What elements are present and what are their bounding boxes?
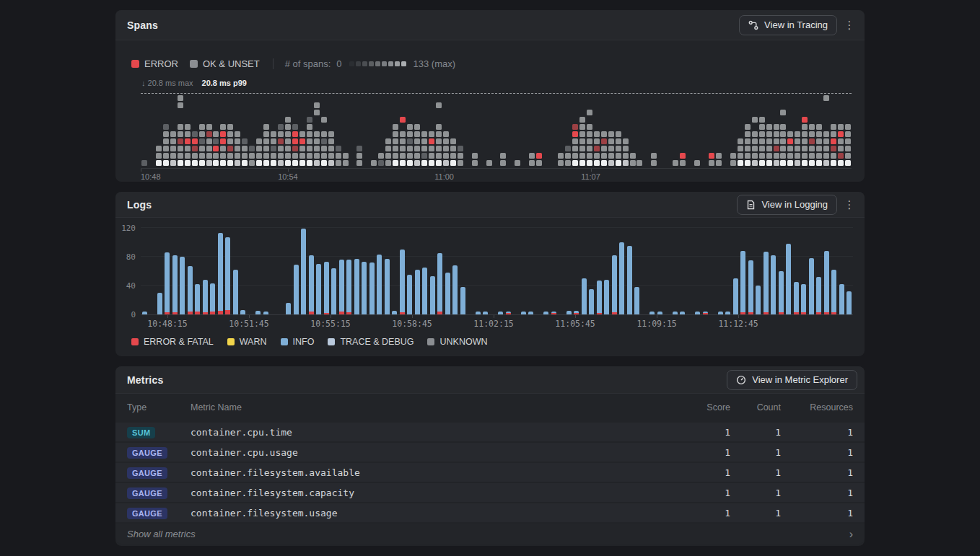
heatmap-cell [831,160,836,166]
spans-kebab-menu-icon[interactable]: ⋮ [841,15,857,35]
heatmap-cell [421,138,427,144]
heatmap-cell [192,160,198,166]
heatmap-cell [163,124,169,130]
heatmap-cell [572,146,578,151]
heatmap-cell [809,124,815,130]
heatmap-cell [766,146,772,151]
y-axis-label: 40 [115,281,136,291]
heatmap-cell [587,146,592,151]
col-header-count: Count [730,402,781,412]
heatmap-cell [594,131,600,137]
show-all-metrics-row[interactable]: Show all metrics › [115,524,865,544]
log-bar [771,255,776,314]
metrics-table-body: SUMcontainer.cpu.time111GAUGEcontainer.c… [115,423,865,524]
log-bar [445,273,450,314]
metric-row[interactable]: GAUGEcontainer.filesystem.available111 [115,463,865,482]
log-bar-error-segment [309,312,314,314]
heatmap-cell [307,117,312,123]
heatmap-cell [378,153,384,159]
heatmap-cell [385,138,391,144]
log-bar [331,268,336,314]
span-count-scale [349,61,406,66]
heatmap-cell [795,131,800,137]
heatmap-cell [436,138,442,144]
error-swatch [131,60,139,68]
metric-score: 1 [687,467,730,478]
log-bar-error-segment [801,312,806,314]
log-bar-error-segment [740,312,745,314]
log-bar [703,312,708,314]
log-bar [673,312,678,314]
heatmap-cell [206,124,212,130]
view-in-tracing-button[interactable]: View in Tracing [739,15,837,35]
axis-tick-label: 10:58:45 [392,319,432,329]
metric-resources: 1 [781,508,853,519]
spans-panel-header: Spans View in Tracing ⋮ [115,10,865,40]
heatmap-cell [170,153,176,159]
heatmap-cell [529,153,535,159]
heatmap-cell [249,146,255,151]
heatmap-cell [572,160,578,166]
legend-item[interactable]: TRACE & DEBUG [328,337,414,347]
metric-row[interactable]: GAUGEcontainer.cpu.usage111 [115,443,865,462]
heatmap-cell [766,160,772,166]
metric-row[interactable]: SUMcontainer.cpu.time111 [115,423,865,441]
heatmap-cell [263,160,269,166]
heatmap-cell [716,153,722,159]
heatmap-cell [802,138,808,144]
log-bar [400,250,405,314]
heatmap-cell [356,153,362,159]
log-bar-error-segment [779,312,784,314]
heatmap-cell [774,153,779,159]
legend-item[interactable]: UNKNOWN [427,337,487,347]
heatmap-cell [393,153,398,159]
axis-tick [249,315,250,318]
heatmap-cell [263,138,269,144]
heatmap-cell [536,153,542,159]
heatmap-cell [823,160,829,166]
heatmap-cell [156,160,162,166]
heatmap-cell [616,160,621,166]
metric-row[interactable]: GAUGEcontainer.filesystem.capacity111 [115,483,865,502]
view-in-metric-explorer-button[interactable]: View in Metric Explorer [727,370,857,390]
heatmap-cell [400,131,406,137]
heatmap-cell [594,138,600,144]
heatmap-cell [608,146,614,151]
legend-item-label: INFO [293,337,315,347]
spans-heatmap[interactable] [141,93,852,167]
spans-x-axis: 10:4810:5411:0011:07 [141,168,852,182]
metric-row[interactable]: GAUGEcontainer.filesystem.usage111 [115,503,865,522]
legend-item[interactable]: INFO [281,337,315,347]
log-bar [634,287,639,314]
heatmap-cell [579,124,585,130]
max-latency-label: ↓ 20.8 ms max [141,79,193,87]
heatmap-cell [816,131,822,137]
heatmap-cell [766,138,772,144]
legend-item[interactable]: WARN [227,337,267,347]
heatmap-cell [321,153,327,159]
legend-item-label: WARN [240,337,267,347]
metrics-panel: Metrics View in Metric Explorer Type Met… [115,366,865,546]
logs-bar-chart[interactable] [141,227,853,315]
log-bar [597,281,602,314]
log-bar-error-segment [225,310,230,314]
heatmap-cell [307,131,312,137]
log-bar-error-segment [831,312,836,314]
heatmap-cell [579,117,585,123]
metric-count: 1 [730,487,781,498]
heatmap-cell [616,131,621,137]
log-bar-error-segment [551,313,556,314]
heatmap-cell [774,160,779,166]
log-bar [824,251,829,314]
log-bar [831,270,836,314]
view-in-logging-button[interactable]: View in Logging [737,195,837,215]
metric-type-badge: GAUGE [127,508,167,519]
logs-kebab-menu-icon[interactable]: ⋮ [841,195,857,215]
heatmap-cell [163,131,169,137]
heatmap-cell [299,131,305,137]
heatmap-cell [616,153,621,159]
heatmap-cell [393,160,398,166]
legend-swatch [427,338,434,345]
legend-item[interactable]: ERROR & FATAL [131,337,214,347]
heatmap-cell [529,160,535,166]
